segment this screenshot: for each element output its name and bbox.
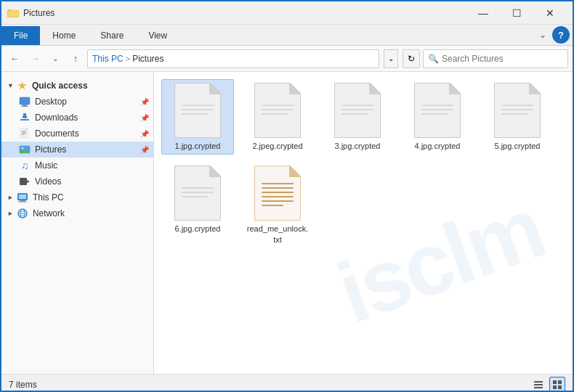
address-dropdown-button[interactable]: ⌄ xyxy=(384,49,398,68)
svg-rect-43 xyxy=(341,113,368,115)
recent-locations-button[interactable]: ⌄ xyxy=(47,50,64,68)
svg-rect-42 xyxy=(341,109,373,110)
search-icon: 🔍 xyxy=(428,54,439,64)
music-label: Music xyxy=(35,160,57,171)
back-button[interactable]: ← xyxy=(6,50,23,68)
svg-point-16 xyxy=(22,147,24,150)
search-box[interactable]: 🔍 xyxy=(423,49,568,68)
sidebar-item-downloads[interactable]: Downloads 📌 xyxy=(1,110,153,126)
svg-rect-64 xyxy=(262,196,294,197)
documents-label: Documents xyxy=(35,128,79,139)
svg-rect-46 xyxy=(421,105,453,106)
address-pictures[interactable]: Pictures xyxy=(132,54,163,64)
ribbon-tab-view[interactable]: View xyxy=(136,26,179,45)
file-item-1[interactable]: 1.jpg.crypted xyxy=(161,79,234,155)
ribbon-collapse-button[interactable]: ⌄ xyxy=(533,27,552,43)
desktop-label: Desktop xyxy=(35,97,67,107)
sidebar-item-network[interactable]: ► Network xyxy=(1,205,153,221)
status-bar: 7 items xyxy=(1,374,573,392)
list-view-button[interactable] xyxy=(530,377,546,393)
title-bar-buttons: — ☐ ✕ xyxy=(466,1,567,25)
file-item-2[interactable]: 2.jpeg.crypted xyxy=(241,79,314,155)
svg-rect-58 xyxy=(182,196,208,197)
file-name: 2.jpeg.crypted xyxy=(252,141,302,151)
ribbon-tab-home[interactable]: Home xyxy=(40,26,88,45)
svg-marker-19 xyxy=(27,180,30,183)
svg-rect-63 xyxy=(262,192,294,193)
svg-rect-48 xyxy=(421,113,448,115)
grid-view-button[interactable] xyxy=(549,377,565,393)
svg-rect-5 xyxy=(21,106,28,107)
videos-label: Videos xyxy=(35,176,61,187)
refresh-button[interactable]: ↻ xyxy=(403,49,420,68)
svg-rect-66 xyxy=(262,205,283,206)
sidebar-item-videos[interactable]: Videos xyxy=(1,173,153,189)
svg-rect-57 xyxy=(182,192,214,193)
downloads-icon xyxy=(19,112,31,123)
file-name: 5.jpg.crypted xyxy=(495,141,541,151)
quick-access-arrow: ▼ xyxy=(7,82,14,89)
network-icon xyxy=(17,208,28,219)
svg-rect-38 xyxy=(262,113,288,115)
file-item-6[interactable]: 6.jpg.crypted xyxy=(161,162,234,248)
up-button[interactable]: ↑ xyxy=(67,50,84,68)
sidebar-item-desktop[interactable]: Desktop 📌 xyxy=(1,94,153,110)
sidebar: ▼ ★ Quick access Desktop 📌 xyxy=(1,72,154,374)
file-name: 6.jpg.crypted xyxy=(175,224,221,234)
svg-rect-36 xyxy=(262,105,294,106)
svg-rect-31 xyxy=(182,105,214,106)
file-item-7[interactable]: read_me_unlock. txt xyxy=(241,162,314,248)
network-arrow: ► xyxy=(7,210,14,217)
svg-rect-61 xyxy=(262,183,294,184)
desktop-pin: 📌 xyxy=(140,98,149,106)
minimize-button[interactable]: — xyxy=(466,1,500,25)
svg-rect-71 xyxy=(558,380,562,384)
sidebar-item-pictures[interactable]: Pictures 📌 xyxy=(1,142,153,158)
this-pc-icon xyxy=(17,192,28,203)
file-item-3[interactable]: 3.jpg.crypted xyxy=(321,79,394,155)
downloads-label: Downloads xyxy=(35,113,78,123)
file-name: 1.jpg.crypted xyxy=(175,141,221,151)
file-item-5[interactable]: 5.jpg.crypted xyxy=(481,79,554,155)
svg-marker-40 xyxy=(369,83,381,94)
network-label: Network xyxy=(33,208,65,219)
text-file-icon xyxy=(254,166,301,221)
this-pc-arrow: ► xyxy=(7,194,14,201)
svg-rect-73 xyxy=(558,385,562,389)
pictures-icon xyxy=(19,144,31,155)
file-name: 3.jpg.crypted xyxy=(335,141,381,151)
file-name: read_me_unlock. txt xyxy=(245,224,310,245)
address-this-pc[interactable]: This PC xyxy=(92,54,124,64)
close-button[interactable]: ✕ xyxy=(533,1,567,25)
ribbon-tabs: FileHomeShareView xyxy=(1,25,533,45)
videos-icon xyxy=(19,176,31,187)
svg-rect-47 xyxy=(421,109,453,110)
downloads-pin: 📌 xyxy=(140,114,149,122)
help-button[interactable]: ? xyxy=(552,26,570,44)
path-separator-1: > xyxy=(126,54,130,63)
maximize-button[interactable]: ☐ xyxy=(500,1,533,25)
address-path[interactable]: This PC > Pictures xyxy=(87,49,379,68)
address-bar: ← → ⌄ ↑ This PC > Pictures ⌄ ↻ 🔍 xyxy=(1,46,573,72)
svg-rect-65 xyxy=(262,200,294,202)
svg-rect-18 xyxy=(20,178,27,185)
svg-rect-32 xyxy=(182,109,214,110)
svg-rect-67 xyxy=(534,381,543,383)
ribbon-tab-share[interactable]: Share xyxy=(88,26,136,45)
crypted-file-icon xyxy=(254,83,301,138)
sidebar-item-this-pc[interactable]: ► This PC xyxy=(1,189,153,205)
forward-button[interactable]: → xyxy=(26,50,44,68)
svg-marker-55 xyxy=(209,166,221,177)
svg-rect-4 xyxy=(23,105,27,106)
star-icon: ★ xyxy=(17,80,28,91)
sidebar-item-music[interactable]: ♫ Music xyxy=(1,158,153,173)
search-input[interactable] xyxy=(442,54,563,64)
title-bar: Pictures — ☐ ✕ xyxy=(1,1,573,25)
sidebar-item-documents[interactable]: Documents 📌 xyxy=(1,126,153,142)
sidebar-section-quick-access[interactable]: ▼ ★ Quick access xyxy=(1,78,153,94)
documents-icon xyxy=(19,128,31,139)
ribbon-tabs-row: FileHomeShareView ⌄ ? xyxy=(1,25,573,45)
crypted-file-icon xyxy=(174,166,221,221)
ribbon-tab-file[interactable]: File xyxy=(1,26,40,45)
file-item-4[interactable]: 4.jpg.crypted xyxy=(401,79,474,155)
